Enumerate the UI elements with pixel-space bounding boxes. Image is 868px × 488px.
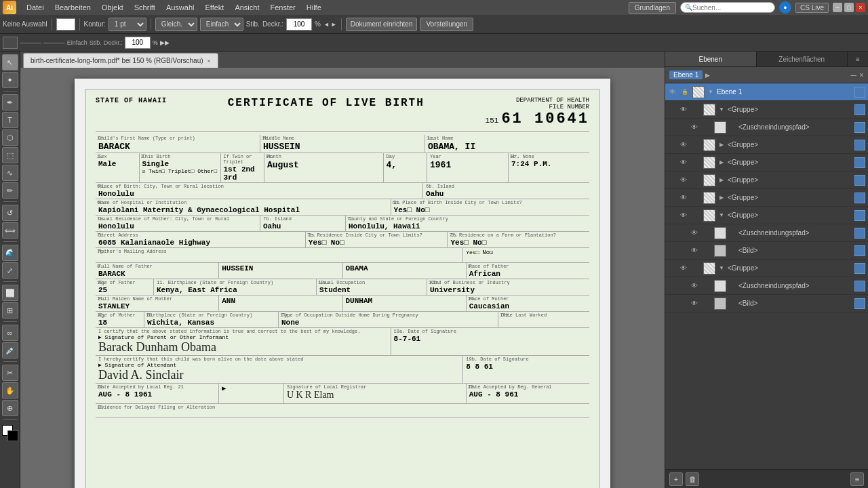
app-icon: Ai	[3, 1, 16, 14]
layer-eye-gruppe5[interactable]: 👁	[679, 193, 688, 203]
selection-tool[interactable]: ↖	[2, 54, 18, 70]
grundlagen-button[interactable]: Grundlagen	[629, 2, 676, 14]
cert-birth-order-cell: If Twin or Triplet 1st 2nd 3rd	[221, 153, 265, 182]
layer-expand-gruppe3[interactable]: ▶	[718, 159, 725, 166]
menu-auswahl[interactable]: Auswahl	[161, 2, 199, 13]
menu-hilfe[interactable]: Hilfe	[302, 2, 326, 13]
opacity-input2[interactable]	[125, 37, 151, 49]
vorstellungen-button[interactable]: Vorstellungen	[420, 18, 473, 31]
gradient-tool[interactable]: ⬜	[2, 285, 18, 301]
eyedropper-tool[interactable]: 💉	[2, 342, 18, 359]
opacity-input[interactable]	[286, 18, 312, 30]
panel-tab-zeichenflachen[interactable]: Zeichenflächen	[757, 52, 848, 66]
layer-expand-all[interactable]: ▶	[705, 72, 710, 79]
minimize-button[interactable]: ─	[833, 3, 842, 12]
paintbrush-tool[interactable]: ∿	[2, 165, 18, 181]
delete-layer-btn[interactable]: 🗑	[686, 472, 699, 486]
layer-item-ebene1[interactable]: 👁 🔒 ▼ Ebene 1	[665, 83, 868, 101]
color-swatches[interactable]	[2, 425, 18, 441]
document-tab[interactable]: birth-certificate-long-form.pdf* bei 150…	[23, 53, 218, 68]
mesh-tool[interactable]: ⊞	[2, 302, 18, 319]
layer-item-gruppe5[interactable]: 👁 ▶ <Gruppe>	[665, 189, 868, 207]
layer-expand-gruppe7[interactable]: ▼	[718, 265, 725, 272]
layer-item-zuschneid1[interactable]: 👁 <Zuschneindungspfad>	[665, 119, 868, 136]
layer-eye-gruppe1[interactable]: 👁	[679, 105, 688, 115]
menu-fenster[interactable]: Fenster	[265, 2, 300, 13]
layer-item-bild2[interactable]: 👁 <Bild>	[665, 295, 868, 312]
shape-tool[interactable]: ⬡	[2, 129, 18, 146]
layer-item-gruppe4[interactable]: 👁 ▶ <Gruppe>	[665, 171, 868, 189]
layer-item-gruppe3[interactable]: 👁 ▶ <Gruppe>	[665, 154, 868, 171]
panel-tab-ebenen[interactable]: Ebenen	[665, 52, 757, 66]
panel-close-btn[interactable]: ×	[859, 70, 864, 80]
layer-eye-bild2[interactable]: 👁	[690, 299, 699, 308]
menu-effekt[interactable]: Effekt	[200, 2, 229, 13]
menu-bearbeiten[interactable]: Bearbeiten	[50, 2, 96, 13]
layer-item-gruppe1[interactable]: 👁 ▼ <Gruppe>	[665, 101, 868, 119]
pencil-tool[interactable]: ✏	[2, 182, 18, 199]
blend-tool[interactable]: ∞	[2, 325, 18, 341]
rotate-tool[interactable]: ↺	[2, 205, 18, 221]
layer-item-gruppe7[interactable]: 👁 ▼ <Gruppe>	[665, 260, 868, 277]
layer-eye-ebene1[interactable]: 👁	[668, 87, 677, 97]
reflect-tool[interactable]: ⟺	[2, 222, 18, 239]
hand-tool[interactable]: ✋	[2, 382, 18, 399]
decrease-btn[interactable]: ◄	[323, 21, 330, 28]
close-button[interactable]: ×	[856, 3, 865, 12]
layer-expand-gruppe2[interactable]: ▶	[718, 142, 725, 148]
kontur-select[interactable]: 1 pt0.5 pt2 pt	[108, 18, 146, 31]
fill-color-box[interactable]	[56, 18, 75, 30]
layer-expand-gruppe4[interactable]: ▶	[718, 177, 725, 184]
panel-minimize-btn[interactable]: ─	[850, 70, 856, 80]
layer-expand-gruppe6[interactable]: ▼	[718, 212, 725, 219]
line-tool[interactable]: ⬚	[2, 147, 18, 163]
layer-item-zuschneid2[interactable]: 👁 <Zuschneindungspfad>	[665, 224, 868, 242]
layer-expand-ebene1[interactable]: ▼	[707, 89, 714, 96]
maximize-button[interactable]: □	[844, 3, 854, 12]
tab-close-button[interactable]: ×	[208, 58, 211, 64]
layer-item-bild1[interactable]: 👁 <Bild>	[665, 242, 868, 260]
gleich-select[interactable]: Gleich.	[155, 18, 197, 31]
layer-eye-gruppe3[interactable]: 👁	[679, 158, 688, 167]
layer-item-gruppe6[interactable]: 👁 ▼ <Gruppe>	[665, 207, 868, 224]
layer-thumb-gruppe2	[703, 139, 715, 151]
cert-title-block: CERTIFICATE OF LIVE BIRTH	[228, 97, 425, 109]
menu-objekt[interactable]: Objekt	[97, 2, 128, 13]
layer-item-gruppe2[interactable]: 👁 ▶ <Gruppe>	[665, 136, 868, 154]
type-tool[interactable]: T	[2, 112, 18, 128]
increase-btn[interactable]: ►	[331, 21, 337, 28]
new-layer-btn[interactable]: +	[669, 472, 683, 486]
panel-options-btn[interactable]: ≡	[850, 472, 864, 486]
menu-ansicht[interactable]: Ansicht	[230, 2, 264, 13]
warp-tool[interactable]: 🌊	[2, 245, 18, 261]
document-einrichten-button[interactable]: Dokument einrichten	[346, 18, 418, 31]
layer-expand-gruppe5[interactable]: ▶	[718, 195, 725, 201]
layer-eye-gruppe2[interactable]: 👁	[679, 140, 688, 150]
layer-eye-gruppe7[interactable]: 👁	[679, 264, 688, 273]
layer-lock-ebene1[interactable]: 🔒	[680, 87, 690, 97]
layer-item-zuschneid3[interactable]: 👁 <Zuschneindungspfad>	[665, 277, 868, 295]
layer-eye-gruppe6[interactable]: 👁	[679, 211, 688, 220]
scale-tool[interactable]: ⤢	[2, 262, 18, 279]
layer-eye-zuschneid2[interactable]: 👁	[690, 228, 699, 238]
zoom-tool[interactable]: ⊕	[2, 400, 18, 416]
background-color[interactable]	[7, 430, 18, 441]
cs-live-button[interactable]: CS Live	[795, 3, 829, 13]
einfach-select[interactable]: Einfach	[200, 18, 243, 31]
cert-island-cell: 6b. Island Oahu	[423, 183, 589, 199]
layer-eye-bild1[interactable]: 👁	[690, 246, 699, 256]
menu-schrift[interactable]: Schrift	[130, 2, 160, 13]
main-area: ↖ ✦ ✒ T ⬡ ⬚ ∿ ✏ ↺ ⟺ 🌊 ⤢ ⬜ ⊞ ∞ 💉 ✂ ✋ ⊕	[0, 52, 868, 488]
cert-mother-age: 18	[98, 319, 141, 327]
scissors-tool[interactable]: ✂	[2, 365, 18, 381]
menu-datei[interactable]: Datei	[22, 2, 49, 13]
layer-eye-zuschneid3[interactable]: 👁	[690, 281, 699, 291]
pen-tool[interactable]: ✒	[2, 94, 18, 110]
search-input[interactable]	[692, 4, 767, 12]
layer-eye-gruppe4[interactable]: 👁	[679, 176, 688, 185]
cert-farm-cell: 7f. Is Residence on a Farm or Plantation…	[448, 232, 589, 247]
layer-eye-zuschneid1[interactable]: 👁	[690, 123, 699, 132]
direct-selection-tool[interactable]: ✦	[2, 72, 18, 88]
layer-expand-gruppe1[interactable]: ▼	[718, 106, 725, 113]
layer-lock-zuschneid3	[702, 281, 711, 291]
